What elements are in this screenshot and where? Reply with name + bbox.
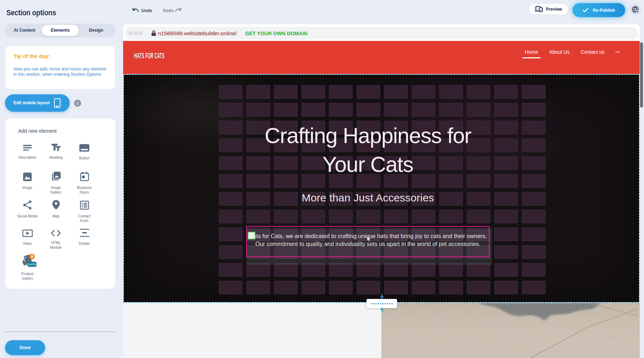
svg-text:SHOP: SHOP <box>27 263 37 266</box>
